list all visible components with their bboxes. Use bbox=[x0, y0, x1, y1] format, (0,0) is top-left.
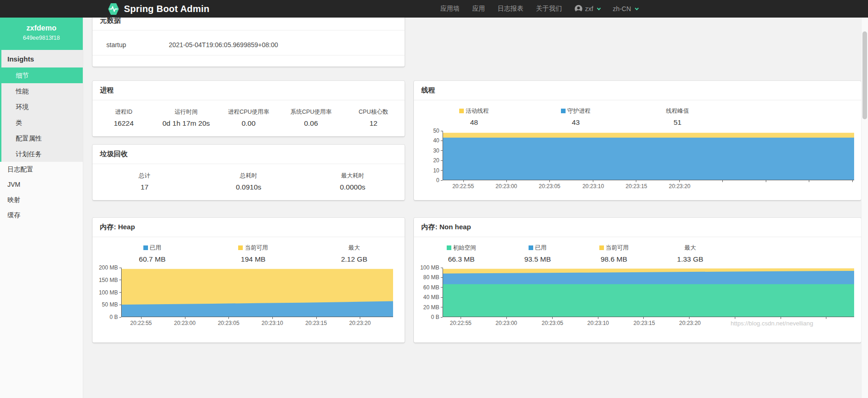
legend-initial: 初始空间 66.3 MB bbox=[423, 244, 499, 263]
nav-applications[interactable]: 应用 bbox=[472, 5, 485, 13]
legend-used: 已用 60.7 MB bbox=[102, 244, 203, 263]
legend-used: 已用 93.5 MB bbox=[499, 244, 576, 263]
legend-value: 93.5 MB bbox=[499, 255, 576, 263]
chart-plot-area bbox=[443, 268, 854, 317]
legend-value: 51 bbox=[627, 118, 728, 127]
insights-title: Insights bbox=[1, 50, 83, 67]
sidebar-item-environment[interactable]: 环境 bbox=[1, 99, 83, 115]
legend-available: 当前可用 194 MB bbox=[203, 244, 303, 263]
metadata-row: startup 2021-05-04T19:06:05.9699859+08:0… bbox=[92, 34, 405, 55]
sidebar: zxfdemo 649ee9813f18 Insights 细节 性能 环境 类… bbox=[0, 18, 83, 398]
stat-value: 16224 bbox=[92, 119, 155, 128]
locale-label: zh-CN bbox=[613, 5, 631, 12]
stat-process-cpu: 进程CPU使用率 0.00 bbox=[217, 108, 280, 128]
nav-about[interactable]: 关于我们 bbox=[536, 5, 562, 13]
metadata-key: startup bbox=[106, 41, 169, 49]
threads-card-title: 线程 bbox=[414, 81, 861, 100]
threads-chart: 01020304050 20:22:5520:23:0020:23:0520:2… bbox=[414, 131, 854, 180]
gc-card-title: 垃圾回收 bbox=[92, 145, 405, 164]
sidebar-item-caches[interactable]: 缓存 bbox=[0, 208, 83, 223]
stat-value: 0.0910s bbox=[197, 183, 301, 191]
stat-value: 17 bbox=[92, 183, 197, 191]
y-axis: 01020304050 bbox=[414, 131, 443, 180]
sidebar-item-details[interactable]: 细节 bbox=[0, 67, 83, 83]
nonheap-legend: 初始空间 66.3 MB 已用 93.5 MB 当前可用 98.6 MB 最大 … bbox=[423, 237, 728, 268]
sidebar-item-scheduled-tasks[interactable]: 计划任务 bbox=[1, 146, 83, 162]
gc-card: 垃圾回收 总计 17 总耗时 0.0910s 最大耗时 0.0000s bbox=[92, 145, 405, 200]
legend-available: 当前可用 98.6 MB bbox=[576, 244, 652, 263]
sidebar-item-jvm[interactable]: JVM bbox=[0, 177, 83, 192]
x-axis: 20:22:5520:23:0020:23:0520:23:1020:23:15… bbox=[443, 180, 854, 191]
legend-square-yellow bbox=[599, 245, 604, 250]
nonheap-chart: 0 B20 MB40 MB60 MB80 MB100 MB 20:22:5520… bbox=[414, 268, 854, 317]
csdn-watermark: https://blog.csdn.net/nevelliang bbox=[731, 320, 813, 327]
stat-label: CPU核心数 bbox=[342, 108, 405, 116]
heap-legend: 已用 60.7 MB 当前可用 194 MB 最大 2.12 GB bbox=[102, 237, 405, 268]
heap-card-title: 内存: Heap bbox=[92, 218, 405, 237]
stat-cpus: CPU核心数 12 bbox=[342, 108, 405, 128]
app-name: zxfdemo bbox=[0, 24, 83, 32]
legend-square-blue bbox=[561, 109, 566, 113]
main-content: 元数据 startup 2021-05-04T19:06:05.9699859+… bbox=[83, 18, 861, 398]
stat-label: 进程ID bbox=[92, 108, 155, 116]
legend-value: 48 bbox=[423, 118, 525, 127]
locale-menu[interactable]: zh-CN bbox=[613, 5, 638, 12]
legend-max: 最大 1.33 GB bbox=[652, 244, 728, 263]
nav-applications-wall[interactable]: 应用墙 bbox=[440, 5, 460, 13]
stat-gc-total-time: 总耗时 0.0910s bbox=[197, 172, 301, 191]
chevron-down-icon bbox=[634, 6, 638, 10]
navbar: Spring Boot Admin 应用墙 应用 日志报表 关于我们 zxf z… bbox=[0, 0, 868, 18]
metadata-value: 2021-05-04T19:06:05.9699859+08:00 bbox=[169, 41, 278, 49]
insights-section: Insights 细节 性能 环境 类 配置属性 计划任务 bbox=[0, 50, 83, 162]
chart-plot-area bbox=[443, 131, 854, 180]
sidebar-item-classes[interactable]: 类 bbox=[1, 115, 83, 130]
legend-value: 194 MB bbox=[203, 255, 303, 263]
heap-memory-card: 内存: Heap 已用 60.7 MB 当前可用 194 MB 最大 2.12 … bbox=[92, 218, 405, 343]
stat-value: 0.00 bbox=[217, 119, 280, 128]
stat-gc-count: 总计 17 bbox=[92, 172, 197, 191]
legend-value: 98.6 MB bbox=[576, 255, 652, 263]
stat-system-cpu: 系统CPU使用率 0.06 bbox=[280, 108, 342, 128]
instance-header[interactable]: zxfdemo 649ee9813f18 bbox=[0, 18, 83, 50]
threads-legend: 活动线程 48 守护进程 43 线程峰值 51 bbox=[423, 100, 728, 131]
nonheap-card-title: 内存: Non heap bbox=[414, 218, 861, 237]
legend-square-yellow bbox=[238, 245, 243, 250]
stat-value: 0d 1h 17m 20s bbox=[155, 119, 217, 128]
stat-value: 0.06 bbox=[280, 119, 342, 128]
y-axis: 0 B20 MB40 MB60 MB80 MB100 MB bbox=[414, 268, 443, 317]
instance-id: 649ee9813f18 bbox=[0, 35, 83, 41]
legend-peak-threads: 线程峰值 51 bbox=[627, 107, 728, 127]
threads-card: 线程 活动线程 48 守护进程 43 线程峰值 51 01020304050 2… bbox=[414, 81, 861, 200]
process-stats: 进程ID 16224 运行时间 0d 1h 17m 20s 进程CPU使用率 0… bbox=[92, 100, 405, 128]
legend-max: 最大 2.12 GB bbox=[304, 244, 405, 263]
sidebar-item-loggers[interactable]: 日志配置 bbox=[0, 162, 83, 177]
stat-value: 0.0000s bbox=[301, 183, 405, 191]
brand[interactable]: Spring Boot Admin bbox=[107, 0, 209, 18]
stat-label: 运行时间 bbox=[155, 108, 217, 116]
stat-label: 总计 bbox=[92, 172, 197, 180]
legend-square-blue bbox=[143, 245, 148, 250]
stat-label: 系统CPU使用率 bbox=[280, 108, 342, 116]
scrollbar-thumb[interactable] bbox=[862, 31, 867, 119]
stat-uptime: 运行时间 0d 1h 17m 20s bbox=[155, 108, 217, 128]
sidebar-item-config-properties[interactable]: 配置属性 bbox=[1, 130, 83, 146]
nav-journal[interactable]: 日志报表 bbox=[498, 5, 523, 13]
stat-gc-max-time: 最大耗时 0.0000s bbox=[301, 172, 405, 191]
heap-chart: 0 B50 MB100 MB150 MB200 MB 20:22:5520:23… bbox=[92, 268, 393, 317]
process-card-title: 进程 bbox=[92, 81, 405, 100]
vertical-scrollbar[interactable] bbox=[861, 18, 868, 398]
sidebar-item-performance[interactable]: 性能 bbox=[1, 83, 83, 99]
legend-daemon-threads: 守护进程 43 bbox=[525, 107, 627, 127]
stat-pid: 进程ID 16224 bbox=[92, 108, 155, 128]
navbar-menu: 应用墙 应用 日志报表 关于我们 zxf zh-CN bbox=[440, 0, 638, 18]
legend-value: 66.3 MB bbox=[423, 255, 499, 263]
sidebar-item-mappings[interactable]: 映射 bbox=[0, 192, 83, 208]
gc-stats: 总计 17 总耗时 0.0910s 最大耗时 0.0000s bbox=[92, 164, 405, 191]
x-axis: 20:22:5520:23:0020:23:0520:23:1020:23:15… bbox=[121, 317, 393, 328]
user-menu[interactable]: zxf bbox=[574, 5, 600, 13]
user-icon bbox=[574, 5, 583, 13]
chart-plot-area bbox=[121, 268, 393, 317]
legend-value: 43 bbox=[525, 118, 627, 127]
chevron-down-icon bbox=[597, 6, 601, 10]
legend-square-green bbox=[447, 245, 451, 250]
